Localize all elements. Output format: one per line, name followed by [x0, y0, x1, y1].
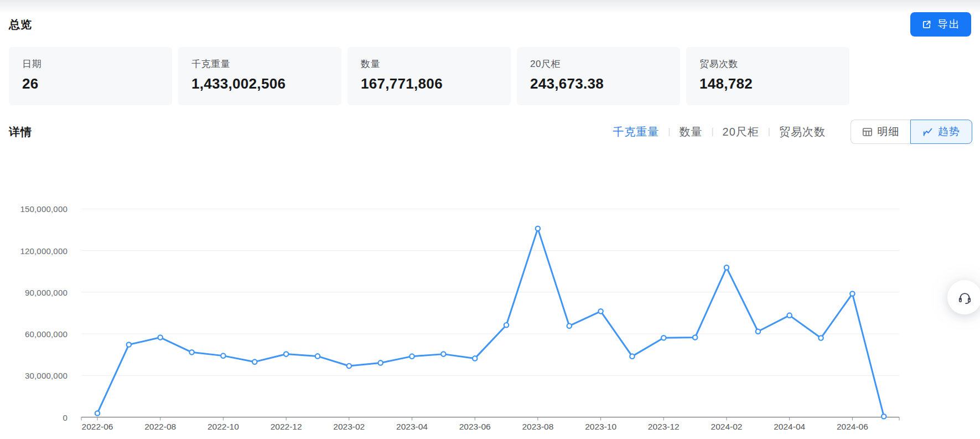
x-axis-label: 2022-10 — [208, 422, 239, 432]
y-axis-label: 150,000,000 — [12, 204, 68, 214]
x-axis-label: 2022-08 — [144, 422, 176, 432]
dashboard-page: 总览 导出 日期26千克重量1,433,002,506数量167,771,806… — [0, 0, 980, 439]
data-point[interactable] — [882, 414, 886, 419]
data-point[interactable] — [756, 329, 760, 334]
x-axis-label: 2022-06 — [82, 422, 113, 432]
data-point[interactable] — [787, 313, 792, 317]
data-point[interactable] — [850, 291, 854, 296]
x-axis-label: 2022-12 — [271, 422, 302, 432]
y-axis-label: 30,000,000 — [12, 371, 68, 380]
x-axis-label: 2024-04 — [774, 422, 805, 432]
headset-icon — [957, 290, 972, 305]
support-fab-button[interactable] — [947, 280, 980, 314]
x-axis-label: 2023-08 — [522, 422, 553, 432]
x-axis-label: 2024-06 — [837, 422, 868, 432]
data-point[interactable] — [378, 360, 382, 365]
data-point[interactable] — [724, 265, 729, 270]
y-axis-label: 90,000,000 — [12, 287, 68, 297]
x-axis-label: 2023-10 — [585, 422, 616, 432]
y-axis-label: 60,000,000 — [12, 329, 68, 339]
trend-line — [97, 229, 884, 416]
y-axis-label: 120,000,000 — [12, 246, 68, 255]
data-point[interactable] — [693, 335, 697, 339]
data-point[interactable] — [252, 359, 257, 364]
data-point[interactable] — [473, 356, 477, 360]
data-point[interactable] — [409, 354, 414, 358]
data-point[interactable] — [95, 411, 100, 415]
data-point[interactable] — [504, 323, 509, 327]
x-axis-label: 2024-02 — [711, 422, 743, 432]
chart-canvas — [0, 0, 980, 439]
x-axis-label: 2023-02 — [333, 422, 365, 432]
x-axis-label: 2023-06 — [459, 422, 491, 432]
x-axis-label: 2023-12 — [648, 422, 680, 432]
data-point[interactable] — [127, 342, 131, 347]
data-point[interactable] — [347, 364, 351, 368]
data-point[interactable] — [630, 354, 634, 358]
data-point[interactable] — [441, 352, 445, 356]
y-axis-label: 0 — [12, 412, 68, 422]
x-axis-label: 2023-04 — [396, 422, 428, 432]
data-point[interactable] — [284, 352, 288, 356]
data-point[interactable] — [221, 353, 225, 358]
data-point[interactable] — [315, 354, 320, 358]
trend-line-chart[interactable]: 030,000,00060,000,00090,000,000120,000,0… — [0, 0, 980, 439]
data-point[interactable] — [189, 350, 194, 354]
data-point[interactable] — [158, 335, 163, 339]
data-point[interactable] — [536, 226, 540, 231]
data-point[interactable] — [818, 335, 823, 340]
data-point[interactable] — [661, 335, 666, 340]
data-point[interactable] — [598, 309, 603, 313]
data-point[interactable] — [567, 324, 572, 328]
